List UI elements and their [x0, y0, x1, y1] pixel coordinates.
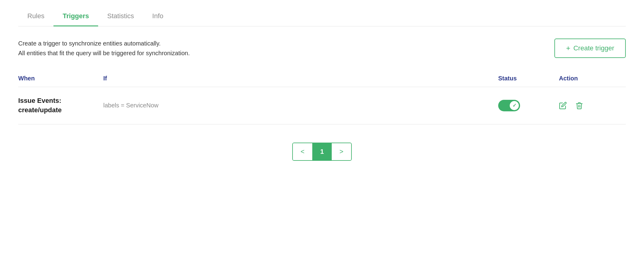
when-line1: Issue Events:	[18, 96, 103, 106]
header-status: Status	[498, 75, 559, 82]
pagination: < 1 >	[18, 143, 626, 161]
header-action: Action	[559, 75, 626, 82]
tab-info[interactable]: Info	[143, 6, 173, 26]
prev-page-button[interactable]: <	[293, 143, 312, 160]
row-status: ✓	[498, 100, 559, 111]
description-text: Create a trigger to synchronize entities…	[18, 39, 190, 58]
next-page-button[interactable]: >	[332, 143, 351, 160]
description-line1: Create a trigger to synchronize entities…	[18, 39, 190, 48]
create-trigger-button[interactable]: + Create trigger	[554, 39, 626, 58]
row-action	[559, 102, 626, 110]
tab-triggers[interactable]: Triggers	[53, 6, 98, 26]
header-if: If	[103, 75, 498, 82]
delete-button[interactable]	[575, 102, 583, 110]
description-row: Create a trigger to synchronize entities…	[18, 39, 626, 58]
tab-rules[interactable]: Rules	[18, 6, 53, 26]
toggle-check-icon: ✓	[512, 103, 516, 108]
row-when: Issue Events: create/update	[18, 96, 103, 115]
row-if: labels = ServiceNow	[103, 102, 498, 109]
toggle-track: ✓	[498, 100, 520, 111]
status-toggle[interactable]: ✓	[498, 100, 520, 111]
triggers-table: When If Status Action Issue Events: crea…	[18, 70, 626, 124]
page-container: Rules Triggers Statistics Info Create a …	[0, 0, 644, 270]
header-when: When	[18, 75, 103, 82]
tab-statistics[interactable]: Statistics	[98, 6, 143, 26]
table-header: When If Status Action	[18, 70, 626, 87]
current-page: 1	[312, 143, 332, 160]
content-area: Create a trigger to synchronize entities…	[18, 26, 626, 161]
description-line2: All entities that fit the query will be …	[18, 48, 190, 58]
edit-button[interactable]	[559, 102, 567, 110]
when-line2: create/update	[18, 106, 103, 115]
toggle-thumb: ✓	[510, 101, 519, 110]
pagination-container: < 1 >	[292, 143, 352, 161]
create-trigger-label: Create trigger	[573, 44, 614, 52]
plus-icon: +	[566, 44, 570, 52]
tabs-bar: Rules Triggers Statistics Info	[18, 6, 626, 26]
table-row: Issue Events: create/update labels = Ser…	[18, 87, 626, 124]
